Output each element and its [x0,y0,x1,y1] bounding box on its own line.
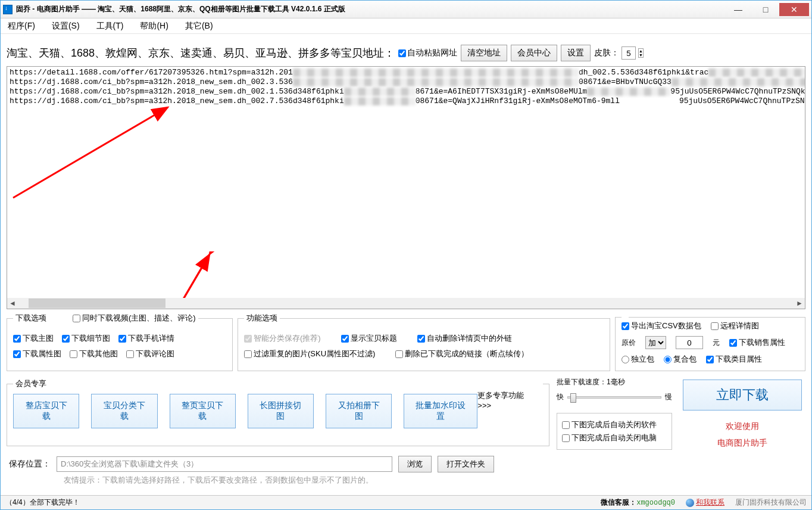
detail-img-checkbox[interactable]: 下载细节图 [62,333,110,344]
download-options-group: 下载选项同时下载视频(主图、描述、评论) 下载主图 下载细节图 下载手机详情 下… [7,313,233,371]
orig-price-label: 原价 [622,338,636,348]
del-done-link-checkbox[interactable]: 删除已下载完成的链接（断点续传） [395,349,529,359]
address-bar: 淘宝、天猫、1688、敦煌网、京东、速卖通、易贝、亚马逊、拼多多等宝贝地址： 自… [1,34,811,66]
long-img-button[interactable]: 长图拼接切图 [248,394,314,428]
attr-img-checkbox[interactable]: 下载属性图 [13,349,61,359]
smart-save-checkbox[interactable]: 智能分类保存(推荐) [244,333,321,344]
menu-program[interactable]: 程序(F) [8,21,35,32]
horizontal-scrollbar[interactable]: ◄ ► [7,298,805,309]
category-dl-button[interactable]: 宝贝分类下载 [91,394,157,428]
contact-link[interactable]: 和我联系 [686,497,724,508]
minimize-button[interactable]: — [724,3,752,16]
save-label: 保存位置： [9,459,51,469]
clear-addr-button[interactable]: 清空地址 [461,45,507,61]
watermark-button[interactable]: 批量加水印设置 [404,394,477,428]
single-pack-radio[interactable]: 独立包 [622,354,654,365]
statusbar: （4/4）全部下载完毕！ 微信客服：xmgoodgq0 和我联系 厦门固乔科技有… [1,495,811,509]
maximize-button[interactable]: □ [752,3,779,16]
close-button[interactable]: ✕ [779,3,809,16]
export-csv-checkbox[interactable]: 导出淘宝CSV数据包 [622,321,701,331]
save-tip: 友情提示：下载前请先选择好路径，下载后不要改变路径，否则数据包中显示不了图片的。 [1,474,811,486]
album-dl-button[interactable]: 又拍相册下图 [326,394,392,428]
open-folder-button[interactable]: 打开文件夹 [438,456,494,472]
close-pc-checkbox[interactable]: 下图完成后自动关闭电脑 [562,433,667,443]
skin-selector: 皮肤： ▲▼ [594,46,644,60]
also-video-checkbox[interactable]: 同时下载视频(主图、描述、评论) [73,313,196,324]
auto-del-ext-checkbox[interactable]: 自动删除详情页中的外链 [417,333,512,344]
app-icon [3,5,13,14]
member-center-button[interactable]: 会员中心 [511,45,557,61]
dl-sale-attr-checkbox[interactable]: 下载销售属性 [729,337,785,348]
welcome-text: 欢迎使用 [726,421,759,432]
orig-price-input[interactable] [676,336,703,349]
scroll-left-icon[interactable]: ◄ [7,299,18,307]
menu-settings[interactable]: 设置(S) [52,21,80,32]
window-title: 固乔 - 电商图片助手 —— 淘宝、天猫、1688阿里、京东、QQ相册等图片批量… [16,4,724,14]
remote-detail-checkbox[interactable]: 远程详情图 [711,321,759,331]
whole-page-button[interactable]: 整页宝贝下载 [170,394,236,428]
scroll-right-icon[interactable]: ► [794,299,805,307]
orig-price-select[interactable]: 加 [645,336,666,349]
save-path-input[interactable] [57,456,392,472]
save-row: 保存位置： 浏览 打开文件夹 [1,450,811,474]
titlebar: 固乔 - 电商图片助手 —— 淘宝、天猫、1688阿里、京东、QQ相册等图片批量… [1,1,811,18]
review-img-checkbox[interactable]: 下载评论图 [126,349,174,359]
mobile-detail-checkbox[interactable]: 下载手机详情 [118,333,174,344]
more-func-link[interactable]: 更多专享功能>>> [477,390,535,410]
speed-label: 批量下载速度：1毫秒 [557,377,672,387]
auto-paste-checkbox[interactable]: 自动粘贴网址 [398,48,457,58]
skin-spinner[interactable]: ▲▼ [638,48,644,58]
right-options-group: . 导出淘宝CSV数据包 远程详情图 原价 加 元 下载销售属性 独立包 复合包… [615,313,805,371]
url-textarea[interactable]: https://detail.1688.com/offer/6172073953… [7,66,805,309]
slider-thumb[interactable] [570,393,576,403]
download-now-button[interactable]: 立即下载 [683,380,802,411]
autoclose-box: 下图完成后自动关闭软件 下图完成后自动关闭电脑 [557,413,672,450]
dl-cat-attr-checkbox[interactable]: 下载类目属性 [706,354,762,365]
wechat-info: 微信客服：xmgoodgq0 [601,497,675,508]
multi-pack-radio[interactable]: 复合包 [664,354,697,365]
scroll-thumb[interactable] [29,298,165,308]
function-options-group: 功能选项 智能分类保存(推荐) 显示宝贝标题 自动删除详情页中的外链 过滤重复的… [238,313,610,371]
browse-button[interactable]: 浏览 [398,456,432,472]
globe-icon [686,499,694,507]
menu-tools[interactable]: 工具(T) [96,21,124,32]
filter-dup-checkbox[interactable]: 过滤重复的图片(SKU属性图不过滤) [244,349,375,359]
whole-shop-button[interactable]: 整店宝贝下载 [13,394,79,428]
other-img-checkbox[interactable]: 下载其他图 [70,349,118,359]
menu-help[interactable]: 帮助(H) [140,21,168,32]
show-title-checkbox[interactable]: 显示宝贝标题 [341,333,397,344]
menu-other[interactable]: 其它(B) [185,21,213,32]
settings-button[interactable]: 设置 [561,45,591,61]
menubar: 程序(F) 设置(S) 工具(T) 帮助(H) 其它(B) [1,18,811,34]
close-app-checkbox[interactable]: 下图完成后自动关闭软件 [562,419,667,430]
product-name-text: 电商图片助手 [717,438,767,449]
status-progress: （4/4）全部下载完毕！ [5,497,601,508]
speed-slider[interactable] [567,396,661,399]
speed-box: 批量下载速度：1毫秒 快 慢 下图完成后自动关闭软件 下图完成后自动关闭电脑 [552,375,677,450]
address-label: 淘宝、天猫、1688、敦煌网、京东、速卖通、易贝、亚马逊、拼多多等宝贝地址： [7,46,395,60]
skin-input[interactable] [622,46,636,60]
member-exclusive-group: 会员专享 整店宝贝下载 宝贝分类下载 整页宝贝下载 长图拼接切图 又拍相册下图 … [7,378,549,446]
main-img-checkbox[interactable]: 下载主图 [13,333,54,344]
company-label: 厦门固乔科技有限公司 [735,497,807,508]
